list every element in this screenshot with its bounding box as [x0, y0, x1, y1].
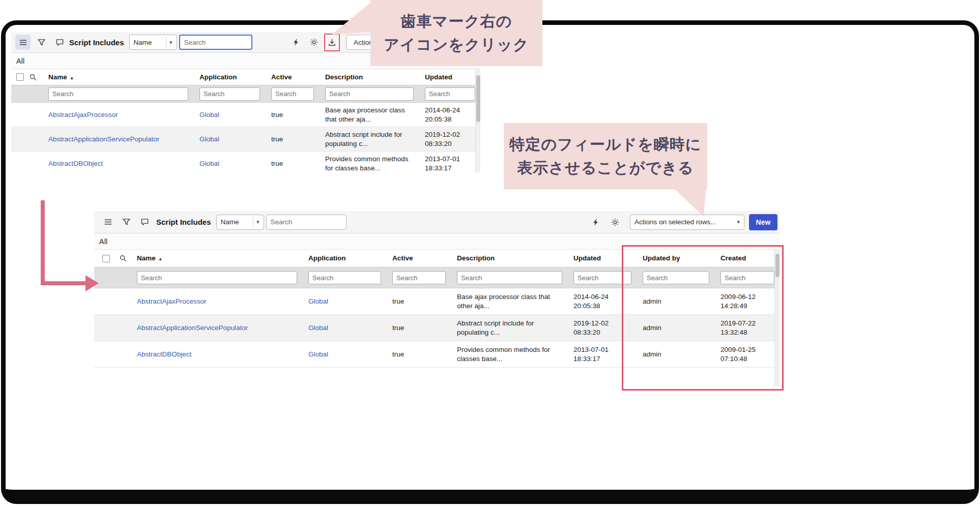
- application-link[interactable]: Global: [308, 324, 328, 332]
- column-header-name[interactable]: Name▲: [42, 73, 193, 82]
- filter-description-input[interactable]: [325, 87, 414, 101]
- active-value: true: [265, 159, 319, 168]
- search-field-value: Name: [221, 218, 239, 226]
- filter-application-input[interactable]: [308, 271, 381, 284]
- created-value: 2009-01-25 07:10:48: [714, 345, 780, 364]
- column-search-icon[interactable]: [114, 254, 131, 262]
- lightning-icon[interactable]: [289, 35, 304, 50]
- callout-text: 表示させることができる: [504, 156, 707, 180]
- list-title: Script Includes: [69, 38, 124, 47]
- toolbar-right-group: Actions: [289, 35, 384, 50]
- list-view-bottom: Script Includes Name ▾ Actions on select…: [94, 211, 780, 386]
- application-link[interactable]: Global: [199, 160, 219, 167]
- updated-by-value: admin: [637, 297, 714, 306]
- filter-created-input[interactable]: [720, 271, 774, 284]
- table-filter-row: [94, 267, 780, 288]
- created-value: 2019-07-22 13:32:48: [714, 319, 780, 337]
- description-value: Abstract script include for populating c…: [451, 319, 567, 337]
- filter-icon[interactable]: [34, 35, 49, 50]
- sort-ascending-icon: ▲: [158, 256, 163, 261]
- sort-ascending-icon: ▲: [70, 75, 74, 80]
- scrollbar-track[interactable]: [774, 250, 780, 386]
- list-title: Script Includes: [156, 218, 211, 226]
- record-name-link[interactable]: AbstractDBObject: [48, 160, 103, 167]
- table-row: AbstractDBObject Global true Provides co…: [94, 341, 780, 368]
- column-header-updated[interactable]: Updated: [567, 254, 637, 263]
- table-filter-row: [11, 85, 480, 103]
- gear-icon[interactable]: [608, 215, 623, 230]
- column-header-name[interactable]: Name▲: [131, 254, 302, 263]
- filter-updated-input[interactable]: [573, 271, 631, 284]
- search-field-select[interactable]: Name ▾: [129, 35, 177, 50]
- filter-name-input[interactable]: [137, 271, 297, 284]
- updated-value: 2013-07-01 18:33:17: [419, 155, 480, 172]
- table-row: AbstractApplicationServicePopulator Glob…: [94, 315, 780, 341]
- menu-icon[interactable]: [100, 215, 116, 230]
- gear-icon[interactable]: [306, 35, 322, 50]
- scrollbar-thumb[interactable]: [476, 75, 480, 122]
- filter-description-input[interactable]: [457, 271, 562, 284]
- lightning-icon[interactable]: [588, 215, 603, 230]
- new-button[interactable]: New: [749, 214, 777, 230]
- application-link[interactable]: Global: [199, 111, 219, 118]
- column-header-updated-by[interactable]: Updated by: [637, 254, 714, 263]
- caret-down-icon: ▾: [166, 39, 172, 46]
- select-all-checkbox[interactable]: [16, 73, 24, 81]
- active-value: true: [386, 297, 451, 306]
- active-value: true: [386, 350, 451, 359]
- column-search-icon[interactable]: [25, 73, 42, 81]
- record-name-link[interactable]: AbstractAjaxProcessor: [48, 111, 118, 118]
- callout-text: アイコンをクリック: [370, 33, 542, 57]
- record-name-link[interactable]: AbstractDBObject: [137, 350, 191, 358]
- menu-icon[interactable]: [15, 35, 31, 50]
- column-header-updated[interactable]: Updated: [419, 73, 480, 82]
- filter-updated-input[interactable]: [425, 87, 475, 101]
- application-link[interactable]: Global: [308, 297, 328, 305]
- updated-value: 2019-12-02 08:33:20: [419, 130, 480, 148]
- column-header-application[interactable]: Application: [302, 254, 386, 263]
- column-header-application[interactable]: Application: [193, 73, 265, 82]
- active-value: true: [386, 323, 451, 333]
- download-icon[interactable]: [324, 35, 339, 50]
- actions-on-rows-select[interactable]: Actions on selected rows... ▾: [630, 215, 744, 230]
- updated-value: 2014-06-24 20:05:38: [567, 292, 637, 311]
- updated-value: 2014-06-24 20:05:38: [419, 106, 480, 124]
- callout-fields-note: 特定のフィールドを瞬時に 表示させることができる: [504, 123, 707, 189]
- scrollbar-thumb[interactable]: [775, 254, 780, 277]
- updated-value: 2013-07-01 18:33:17: [567, 345, 637, 364]
- select-all-checkbox[interactable]: [102, 255, 110, 262]
- column-header-created[interactable]: Created: [714, 254, 780, 263]
- record-name-link[interactable]: AbstractApplicationServicePopulator: [137, 324, 248, 332]
- column-header-description[interactable]: Description: [319, 73, 419, 82]
- application-link[interactable]: Global: [308, 350, 328, 358]
- record-name-link[interactable]: AbstractApplicationServicePopulator: [48, 135, 159, 143]
- active-value: true: [265, 135, 319, 144]
- table-header-row: Name▲ Application Active Description Upd…: [94, 250, 780, 267]
- description-value: Abstract script include for populating c…: [319, 130, 419, 148]
- updated-by-value: admin: [637, 323, 714, 333]
- table-row: AbstractDBObject Global true Provides co…: [11, 152, 480, 172]
- chat-icon[interactable]: [137, 215, 152, 230]
- column-header-active[interactable]: Active: [386, 254, 451, 263]
- search-field-select[interactable]: Name ▾: [216, 215, 264, 230]
- table-header-row: Name▲ Application Active Description Upd…: [11, 69, 480, 85]
- pointer-arrow-vertical: [41, 200, 45, 285]
- filter-active-input[interactable]: [392, 271, 446, 284]
- filter-icon[interactable]: [119, 215, 134, 230]
- list-search-input[interactable]: [179, 35, 252, 50]
- filter-name-input[interactable]: [48, 87, 188, 101]
- caret-down-icon: ▾: [253, 219, 260, 225]
- filter-active-input[interactable]: [271, 87, 314, 101]
- application-link[interactable]: Global: [199, 135, 219, 143]
- record-name-link[interactable]: AbstractAjaxProcessor: [137, 297, 207, 305]
- column-header-active[interactable]: Active: [265, 73, 319, 82]
- chat-icon[interactable]: [52, 35, 67, 50]
- callout-text: 歯車マーク右の: [370, 10, 542, 34]
- filter-application-input[interactable]: [199, 87, 260, 101]
- breadcrumb-all[interactable]: All: [94, 233, 780, 250]
- filter-updated-by-input[interactable]: [643, 271, 709, 284]
- column-header-description[interactable]: Description: [451, 254, 567, 263]
- scrollbar-track[interactable]: [475, 69, 480, 172]
- list-search-input[interactable]: [266, 215, 347, 230]
- toolbar-right-group: Actions on selected rows... ▾ New: [588, 214, 777, 230]
